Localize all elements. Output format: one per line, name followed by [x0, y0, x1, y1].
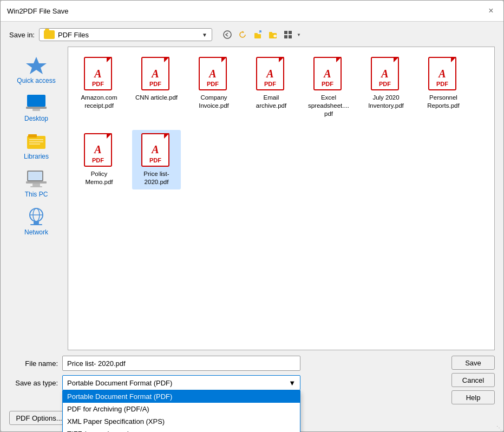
pdf-a-letter: A: [152, 143, 159, 156]
svg-rect-9: [289, 31, 292, 34]
sidebar-item-this-pc[interactable]: This PC: [9, 166, 63, 201]
save-as-type-row: Save as type: Portable Document Format (…: [9, 375, 447, 390]
save-in-label: Save in:: [9, 31, 35, 39]
file-item[interactable]: A PDF Excel spreadsheet....pdf: [304, 54, 353, 121]
file-item[interactable]: A PDF Personnel Reports.pdf: [419, 54, 468, 121]
svg-rect-23: [26, 181, 47, 184]
pdf-icon: A PDF: [141, 57, 172, 91]
save-as-type-dropdown-list: Portable Document Format (PDF)PDF for Ar…: [62, 390, 300, 432]
file-label: CNN article.pdf: [135, 94, 178, 102]
pdf-a-letter: A: [266, 68, 273, 80]
file-item[interactable]: A PDF Amazon.com receipt.pdf: [75, 54, 123, 121]
save-in-folder-name: PDF Files: [58, 31, 89, 39]
up-button[interactable]: [251, 28, 264, 41]
pdf-icon-body: A PDF: [141, 133, 169, 167]
pdf-logo: PDF: [264, 81, 276, 87]
save-as-type-label: Save as type:: [9, 379, 58, 387]
help-button[interactable]: Help: [451, 390, 495, 404]
pdf-logo: PDF: [149, 157, 161, 163]
save-in-dropdown[interactable]: PDF Files ▼: [39, 28, 212, 41]
svg-rect-30: [30, 224, 42, 225]
pdf-a-letter: A: [438, 68, 446, 80]
close-button[interactable]: ×: [485, 5, 497, 17]
file-name-input[interactable]: [62, 356, 300, 371]
svg-rect-29: [34, 221, 39, 224]
back-icon: [223, 30, 232, 39]
new-folder-button[interactable]: [266, 28, 279, 41]
pdf-icon-body: A PDF: [84, 133, 112, 167]
pdf-icon-body: A PDF: [428, 57, 456, 90]
file-name-row: File name:: [9, 356, 447, 371]
dropdown-option-xps[interactable]: XML Paper Specification (XPS): [63, 415, 300, 428]
pdf-logo: PDF: [207, 81, 219, 87]
sidebar-item-desktop[interactable]: Desktop: [9, 90, 63, 126]
svg-rect-8: [284, 31, 287, 34]
save-as-type-value: Portable Document Format (PDF): [67, 379, 172, 387]
svg-rect-11: [289, 35, 292, 38]
dropdown-option-pdfa[interactable]: PDF for Archiving (PDF/A): [63, 403, 300, 415]
cancel-button[interactable]: Cancel: [451, 373, 495, 387]
file-label: July 2020 Inventory.pdf: [364, 94, 408, 110]
file-label: Amazon.com receipt.pdf: [77, 94, 121, 110]
network-icon: [25, 207, 47, 226]
svg-rect-14: [26, 107, 47, 109]
dropdown-option-pdf[interactable]: Portable Document Format (PDF): [63, 390, 300, 403]
dialog-title: Win2PDF File Save: [7, 7, 68, 15]
sidebar-item-network[interactable]: Network: [9, 204, 63, 239]
svg-rect-24: [32, 184, 40, 186]
file-item[interactable]: A PDF Price list- 2020.pdf: [132, 130, 181, 189]
new-folder-icon: [269, 30, 277, 39]
pdf-a-letter: A: [209, 68, 216, 80]
file-item[interactable]: A PDF Email archive.pdf: [247, 54, 296, 121]
pdf-logo: PDF: [379, 81, 391, 87]
file-label: Policy Memo.pdf: [77, 170, 121, 186]
file-item[interactable]: A PDF Policy Memo.pdf: [75, 130, 123, 189]
pdf-logo: PDF: [149, 81, 161, 87]
file-item[interactable]: A PDF July 2020 Inventory.pdf: [362, 54, 410, 121]
pdf-logo: PDF: [92, 157, 104, 163]
svg-marker-1: [243, 31, 244, 33]
svg-rect-25: [30, 186, 42, 187]
folder-icon: [44, 30, 55, 39]
save-as-type-dropdown-container: Portable Document Format (PDF) ▼ Portabl…: [62, 375, 300, 390]
sidebar-item-libraries[interactable]: Libraries: [9, 128, 63, 163]
pdf-a-letter: A: [152, 68, 159, 80]
save-as-type-selected[interactable]: Portable Document Format (PDF) ▼: [62, 375, 300, 390]
svg-rect-17: [28, 134, 37, 138]
this-pc-icon: [25, 169, 47, 188]
svg-rect-19: [29, 141, 43, 142]
pdf-a-letter: A: [94, 143, 101, 156]
pdf-logo: PDF: [436, 81, 448, 87]
action-buttons: Save Cancel Help: [451, 356, 495, 404]
pdf-a-letter: A: [94, 68, 101, 80]
desktop-label: Desktop: [24, 115, 48, 122]
file-label: Email archive.pdf: [249, 94, 293, 110]
desktop-icon: [25, 93, 47, 113]
pdf-icon: A PDF: [371, 57, 401, 91]
pdf-logo: PDF: [92, 81, 104, 87]
pdf-icon-body: A PDF: [141, 57, 169, 90]
svg-rect-2: [254, 34, 261, 38]
title-bar: Win2PDF File Save ×: [1, 1, 503, 22]
save-in-arrow: ▼: [202, 32, 207, 38]
svg-rect-22: [28, 172, 42, 180]
quick-access-icon: [25, 55, 47, 75]
file-item[interactable]: A PDF CNN article.pdf: [132, 54, 181, 121]
pdf-options-button[interactable]: PDF Options...: [9, 411, 69, 425]
sidebar-item-quick-access[interactable]: Quick access: [9, 52, 63, 88]
content-area: Quick access Desktop: [9, 47, 495, 350]
dropdown-option-tiff[interactable]: TIFF (monochrome): [63, 428, 300, 432]
views-button[interactable]: [282, 28, 294, 41]
svg-rect-15: [32, 109, 40, 111]
refresh-button[interactable]: [236, 28, 249, 41]
svg-rect-5: [269, 32, 272, 34]
pdf-icon-body: A PDF: [313, 57, 342, 90]
save-button[interactable]: Save: [451, 356, 495, 370]
file-item[interactable]: A PDF Company Invoice.pdf: [189, 54, 238, 121]
svg-marker-12: [26, 57, 47, 74]
pdf-icon: A PDF: [84, 57, 114, 91]
pdf-logo: PDF: [322, 81, 333, 87]
back-button[interactable]: [221, 28, 234, 41]
refresh-icon: [238, 30, 247, 39]
pdf-icon: A PDF: [313, 57, 344, 91]
